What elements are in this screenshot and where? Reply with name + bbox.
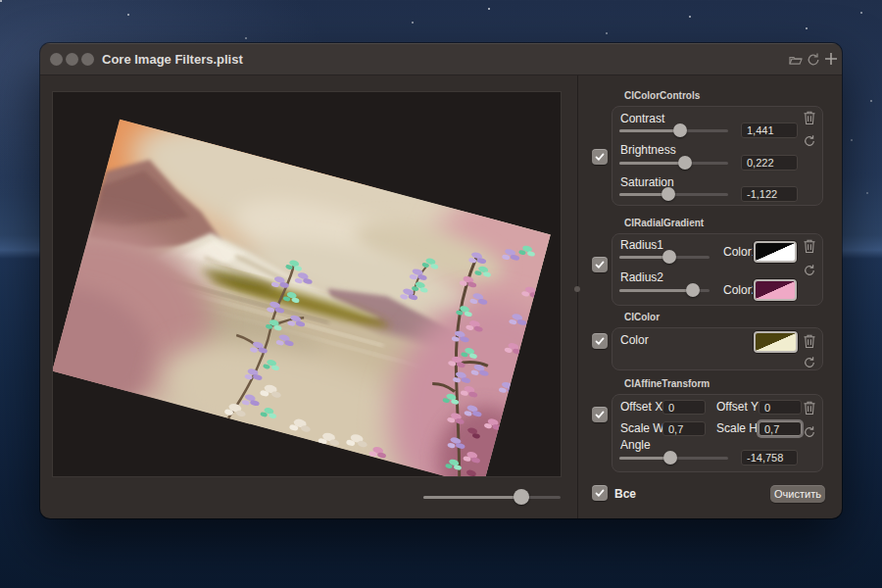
reset-icon[interactable] xyxy=(803,356,816,369)
trash-icon[interactable] xyxy=(803,238,816,254)
offset-y-field[interactable] xyxy=(759,400,802,415)
contrast-value-field[interactable] xyxy=(741,122,798,138)
checkmark-icon xyxy=(593,150,607,164)
add-icon[interactable] xyxy=(823,51,839,67)
radius2-slider[interactable] xyxy=(619,283,710,297)
checkmark-icon xyxy=(593,334,607,348)
stars xyxy=(0,0,2,2)
color-label: Color xyxy=(620,333,649,347)
trash-icon[interactable] xyxy=(803,110,816,125)
desktop-wallpaper: Core Image Filters.plist xyxy=(0,0,882,588)
offset-x-label: Offset X xyxy=(620,400,662,414)
saturation-slider[interactable] xyxy=(619,187,728,201)
window-zoom-button[interactable] xyxy=(81,53,94,66)
reset-icon[interactable] xyxy=(803,134,816,148)
angle-value-field[interactable] xyxy=(741,450,798,466)
window-title: Core Image Filters.plist xyxy=(102,52,243,67)
checkmark-icon xyxy=(593,486,607,500)
angle-slider[interactable] xyxy=(619,451,728,465)
cicolorcontrols-enabled-checkbox[interactable] xyxy=(592,149,608,165)
radius1-slider-thumb[interactable] xyxy=(662,250,676,264)
contrast-slider[interactable] xyxy=(619,123,728,137)
window-minimize-button[interactable] xyxy=(66,53,78,66)
scale-width-field[interactable] xyxy=(662,421,706,436)
split-divider xyxy=(577,75,578,518)
filter-title-cicolor: CIColor xyxy=(624,312,660,322)
color2-swatch[interactable] xyxy=(754,279,797,301)
ciaffinetransform-enabled-checkbox[interactable] xyxy=(592,407,608,422)
color1-swatch[interactable] xyxy=(754,241,797,263)
angle-slider-thumb[interactable] xyxy=(663,451,677,465)
ciradialgradient-box: Radius1 Color1 Radius2 Color2 xyxy=(612,233,823,306)
contrast-slider-thumb[interactable] xyxy=(673,123,687,137)
cicolor-swatch[interactable] xyxy=(754,331,798,353)
cicolor-enabled-checkbox[interactable] xyxy=(592,333,608,349)
ciradialgradient-enabled-checkbox[interactable] xyxy=(592,257,608,272)
share-icon[interactable] xyxy=(788,52,804,68)
app-window: Core Image Filters.plist xyxy=(40,43,842,518)
checkmark-icon xyxy=(593,408,607,421)
offset-y-label: Offset Y xyxy=(716,400,759,414)
saturation-value-field[interactable] xyxy=(741,186,798,202)
divider-handle[interactable] xyxy=(574,286,580,292)
window-close-button[interactable] xyxy=(50,53,63,66)
brightness-label: Brightness xyxy=(620,143,676,157)
cicolorcontrols-box: Contrast Brightness Saturation xyxy=(612,106,823,206)
reload-icon[interactable] xyxy=(806,52,821,68)
all-filters-checkbox[interactable] xyxy=(592,485,608,501)
brightness-value-field[interactable] xyxy=(741,155,798,171)
radius1-slider[interactable] xyxy=(619,250,710,264)
trash-icon[interactable] xyxy=(803,400,816,416)
reset-icon[interactable] xyxy=(803,425,816,439)
brightness-slider[interactable] xyxy=(619,156,728,170)
zoom-slider-thumb[interactable] xyxy=(514,489,529,505)
angle-label: Angle xyxy=(620,438,651,452)
clear-button[interactable]: Очистить xyxy=(770,485,825,503)
titlebar: Core Image Filters.plist xyxy=(40,43,842,75)
radius2-label: Radius2 xyxy=(620,270,663,284)
all-filters-label: Все xyxy=(614,487,636,501)
cicolor-box: Color xyxy=(612,327,823,370)
preview-zoom-slider[interactable] xyxy=(423,490,561,504)
preview-image xyxy=(52,120,550,477)
brightness-slider-thumb[interactable] xyxy=(678,156,692,170)
filter-title-ciaffinetransform: CIAffineTransform xyxy=(624,378,710,389)
trash-icon[interactable] xyxy=(803,333,816,349)
radius2-slider-thumb[interactable] xyxy=(686,283,700,297)
checkmark-icon xyxy=(593,258,607,271)
scale-height-field[interactable] xyxy=(759,421,802,436)
saturation-slider-thumb[interactable] xyxy=(662,187,675,201)
ciaffinetransform-box: Offset X Offset Y Scale Wid Scale Hei An… xyxy=(612,394,823,472)
filter-title-ciradialgradient: CIRadialGradient xyxy=(624,218,704,228)
filter-title-cicolorcontrols: CIColorControls xyxy=(624,90,700,101)
offset-x-field[interactable] xyxy=(662,400,706,415)
reset-icon[interactable] xyxy=(803,264,816,277)
image-preview-area xyxy=(52,91,562,477)
